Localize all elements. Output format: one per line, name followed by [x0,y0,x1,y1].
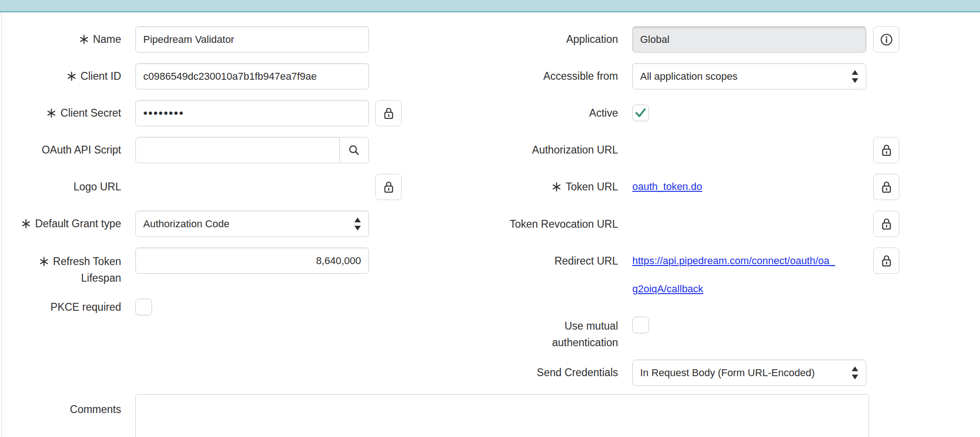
refresh-token-lifespan-label: Refresh Token Lifespan [0,253,121,286]
send-credentials-label: Send Credentials [470,366,618,378]
client-secret-label: Client Secret [0,107,121,119]
client-id-label-text: Client ID [81,70,121,82]
send-credentials-value: In Request Body (Form URL-Encoded) [640,367,852,379]
pkce-required-label-text: PKCE required [51,301,121,313]
required-asterisk-icon [67,71,76,81]
lock-icon [880,143,893,157]
lock-icon [382,106,395,120]
logo-url-label: Logo URL [0,181,121,193]
client-id-input[interactable] [135,63,369,89]
token-url-link[interactable]: oauth_token.do [632,181,702,193]
logo-url-lock-button[interactable] [375,174,402,200]
redirect-url-link-line2[interactable]: g2oiqA/callback [632,283,703,295]
lock-icon [880,180,893,194]
refresh-token-lifespan-input[interactable] [135,248,369,274]
oauth-api-script-input[interactable] [136,137,339,163]
updown-arrows-icon [852,70,858,83]
redirect-url-lock-button[interactable] [873,248,899,274]
active-label-text: Active [589,107,618,119]
application-info-button[interactable] [873,26,899,53]
use-mutual-authentication-label-line2: authentication [552,337,618,348]
authorization-url-label: Authorization URL [470,144,618,156]
pkce-required-checkbox[interactable] [135,299,152,315]
required-asterisk-icon [79,35,89,44]
redirect-url-label-text: Redirect URL [554,255,618,267]
redirect-url-label: Redirect URL [470,255,618,267]
accessible-from-label: Accessible from [470,70,618,82]
use-mutual-authentication-label: Use mutual authentication [470,318,618,351]
token-url-label: Token URL [470,181,618,193]
form-header-bar [0,0,980,12]
name-label: Name [0,33,121,45]
application-label: Application [470,33,618,45]
token-revocation-url-label: Token Revocation URL [470,218,618,230]
authorization-url-label-text: Authorization URL [532,144,618,156]
updown-arrows-icon [852,366,858,379]
name-label-text: Name [93,33,121,45]
accessible-from-label-text: Accessible from [543,70,618,82]
client-secret-label-text: Client Secret [60,107,121,119]
search-icon [348,144,361,157]
default-grant-type-label: Default Grant type [0,218,121,230]
send-credentials-select[interactable]: In Request Body (Form URL-Encoded) [632,360,866,386]
oauth-api-script-reference-field [135,137,369,163]
default-grant-type-value: Authorization Code [143,218,354,230]
application-label-text: Application [566,33,618,45]
use-mutual-authentication-checkbox[interactable] [632,317,649,333]
comments-label: Comments [0,403,121,415]
oauth-api-script-label: OAuth API Script [0,144,121,156]
client-secret-input[interactable] [135,100,369,126]
default-grant-type-label-text: Default Grant type [35,218,121,230]
redirect-url-link-line1[interactable]: https://api.pipedream.com/connect/oauth/… [632,255,835,267]
oauth-api-script-lookup-button[interactable] [339,137,368,163]
name-input[interactable] [135,26,369,53]
comments-label-text: Comments [70,403,121,415]
required-asterisk-icon [47,108,56,118]
refresh-token-lifespan-label-line2: Lifespan [81,272,121,284]
token-revocation-url-label-text: Token Revocation URL [510,218,618,230]
checkmark-icon [635,107,647,118]
required-asterisk-icon [552,182,561,192]
pkce-required-label: PKCE required [0,301,121,313]
default-grant-type-select[interactable]: Authorization Code [135,211,369,237]
client-secret-lock-button[interactable] [375,100,402,126]
refresh-token-lifespan-label-line1: Refresh Token [53,255,121,267]
client-id-label: Client ID [0,70,121,82]
logo-url-label-text: Logo URL [73,181,121,193]
accessible-from-select[interactable]: All application scopes [632,63,866,89]
authorization-url-lock-button[interactable] [873,137,899,163]
required-asterisk-icon [21,219,31,229]
token-revocation-url-lock-button[interactable] [873,211,899,237]
lock-icon [880,254,893,268]
token-url-lock-button[interactable] [873,174,899,200]
required-asterisk-icon [39,257,49,266]
lock-icon [880,217,893,231]
lock-icon [382,180,395,194]
active-label: Active [470,107,618,119]
send-credentials-label-text: Send Credentials [537,366,618,378]
oauth-api-script-label-text: OAuth API Script [41,144,121,156]
info-icon [880,33,893,47]
use-mutual-authentication-label-line1: Use mutual [565,320,618,332]
updown-arrows-icon [354,218,361,230]
comments-textarea[interactable] [135,394,869,437]
application-input [632,26,866,53]
token-url-label-text: Token URL [566,181,618,193]
accessible-from-value: All application scopes [640,71,852,83]
active-checkbox[interactable] [632,105,649,121]
